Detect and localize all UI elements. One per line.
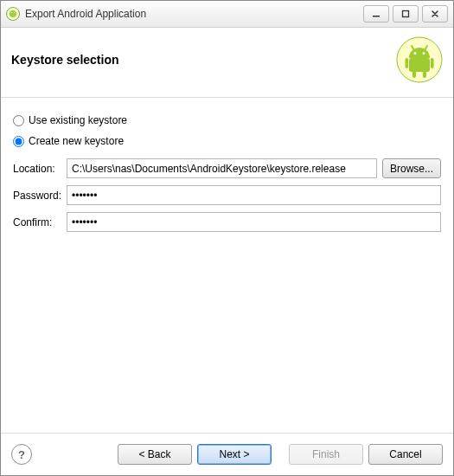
- use-existing-keystore-option[interactable]: Use existing keystore: [13, 112, 441, 129]
- wizard-content: Use existing keystore Create new keystor…: [1, 98, 453, 433]
- confirm-label: Confirm:: [13, 216, 67, 228]
- create-new-keystore-option[interactable]: Create new keystore: [13, 132, 441, 150]
- confirm-input[interactable]: [67, 212, 441, 232]
- use-existing-radio[interactable]: [13, 115, 24, 126]
- create-new-radio[interactable]: [13, 136, 24, 147]
- svg-rect-12: [423, 71, 426, 78]
- wizard-banner: Keystore selection: [1, 28, 453, 98]
- svg-point-4: [14, 12, 15, 13]
- next-button[interactable]: Next >: [197, 444, 272, 465]
- finish-button[interactable]: Finish: [289, 444, 363, 465]
- svg-rect-11: [412, 71, 416, 78]
- browse-button[interactable]: Browse...: [382, 158, 441, 178]
- create-new-label: Create new keystore: [29, 135, 124, 147]
- svg-rect-8: [409, 58, 430, 72]
- wizard-footer: ? < Back Next > Finish Cancel: [1, 433, 453, 475]
- window-title: Export Android Application: [25, 8, 146, 20]
- title-bar: Export Android Application: [1, 1, 453, 28]
- svg-point-16: [423, 52, 425, 55]
- location-input[interactable]: [67, 158, 377, 178]
- minimize-button[interactable]: [363, 5, 389, 23]
- maximize-button[interactable]: [393, 5, 419, 23]
- back-button[interactable]: < Back: [118, 444, 192, 465]
- password-input[interactable]: [67, 185, 441, 205]
- close-button[interactable]: [422, 5, 448, 23]
- password-label: Password:: [13, 190, 67, 202]
- svg-rect-9: [406, 58, 409, 68]
- svg-point-15: [414, 52, 417, 55]
- svg-rect-5: [373, 16, 380, 17]
- svg-rect-6: [403, 11, 409, 17]
- svg-rect-2: [10, 12, 15, 16]
- android-icon: [396, 36, 443, 83]
- dialog-window: Export Android Application Keystore sele…: [0, 0, 454, 476]
- use-existing-label: Use existing keystore: [29, 114, 127, 126]
- svg-rect-10: [431, 58, 434, 68]
- app-icon: [6, 7, 20, 21]
- cancel-button[interactable]: Cancel: [368, 444, 443, 465]
- page-title: Keystore selection: [11, 53, 119, 67]
- help-icon[interactable]: ?: [11, 444, 32, 465]
- location-label: Location:: [13, 163, 67, 175]
- svg-point-3: [11, 12, 12, 13]
